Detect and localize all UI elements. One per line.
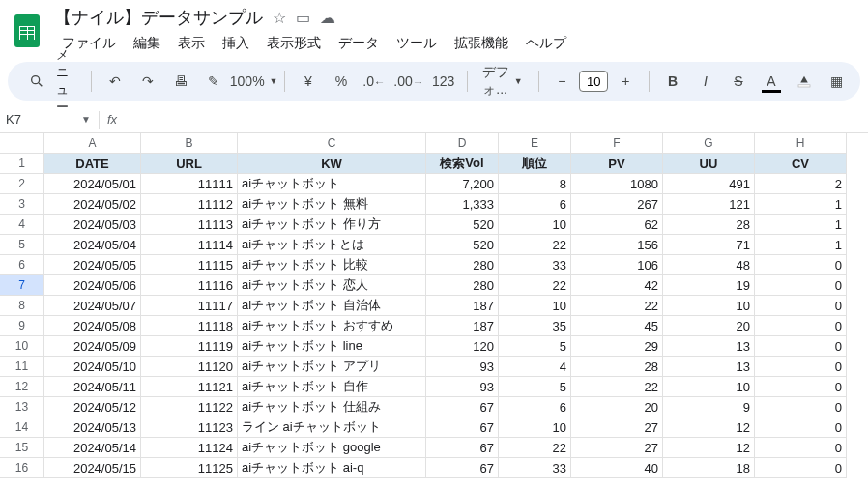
cell-C2[interactable]: aiチャットボット <box>238 174 426 194</box>
search-label[interactable]: メニュー <box>56 46 75 116</box>
paint-format-icon[interactable]: ✎ <box>200 68 227 95</box>
cell-F11[interactable]: 28 <box>571 357 663 377</box>
cell-A9[interactable]: 2024/05/08 <box>44 316 141 336</box>
cell-D16[interactable]: 67 <box>426 458 499 478</box>
cell-G15[interactable]: 12 <box>663 438 755 458</box>
cell-H2[interactable]: 2 <box>755 174 847 194</box>
cell-B12[interactable]: 11121 <box>141 377 238 397</box>
cell-D3[interactable]: 1,333 <box>426 194 499 215</box>
redo-icon[interactable]: ↷ <box>134 68 161 95</box>
cell-E9[interactable]: 35 <box>499 316 571 336</box>
cell-B11[interactable]: 11120 <box>141 357 238 377</box>
cell-D4[interactable]: 520 <box>426 215 499 235</box>
cell-H8[interactable]: 0 <box>755 296 847 316</box>
cell-H3[interactable]: 1 <box>755 194 847 215</box>
cell-F14[interactable]: 27 <box>571 417 663 438</box>
menu-data[interactable]: データ <box>331 31 387 56</box>
row-header-7[interactable]: 7 <box>0 275 44 296</box>
cell-A15[interactable]: 2024/05/14 <box>44 438 141 458</box>
cell-B16[interactable]: 11125 <box>141 458 238 478</box>
search-icon[interactable] <box>23 68 50 95</box>
cell-B5[interactable]: 11114 <box>141 235 238 255</box>
cell-C8[interactable]: aiチャットボット 自治体 <box>238 296 426 316</box>
cell-F10[interactable]: 29 <box>571 336 663 357</box>
cell-C15[interactable]: aiチャットボット google <box>238 438 426 458</box>
currency-button[interactable]: ¥ <box>295 68 322 95</box>
cell-B6[interactable]: 11115 <box>141 255 238 275</box>
row-header-6[interactable]: 6 <box>0 255 44 275</box>
cell-F3[interactable]: 267 <box>571 194 663 215</box>
menu-insert[interactable]: 挿入 <box>215 31 257 56</box>
row-header-16[interactable]: 16 <box>0 458 44 478</box>
cell-E15[interactable]: 22 <box>499 438 571 458</box>
cell-H13[interactable]: 0 <box>755 397 847 417</box>
cell-E14[interactable]: 10 <box>499 417 571 438</box>
number-format-button[interactable]: 123 <box>430 68 457 95</box>
row-header-10[interactable]: 10 <box>0 336 44 357</box>
row-header-9[interactable]: 9 <box>0 316 44 336</box>
cell-F12[interactable]: 22 <box>571 377 663 397</box>
cell-H16[interactable]: 0 <box>755 458 847 478</box>
cell-A3[interactable]: 2024/05/02 <box>44 194 141 215</box>
borders-button[interactable]: ▦ <box>824 68 851 95</box>
row-header-2[interactable]: 2 <box>0 174 44 194</box>
row-header-15[interactable]: 15 <box>0 438 44 458</box>
col-header-H[interactable]: H <box>755 133 847 154</box>
header-cell-G[interactable]: UU <box>663 154 755 174</box>
star-icon[interactable]: ☆ <box>273 9 286 27</box>
cell-A10[interactable]: 2024/05/09 <box>44 336 141 357</box>
row-header-11[interactable]: 11 <box>0 357 44 377</box>
col-header-C[interactable]: C <box>238 133 426 154</box>
header-cell-D[interactable]: 検索Vol <box>426 154 499 174</box>
cell-C12[interactable]: aiチャットボット 自作 <box>238 377 426 397</box>
cell-E3[interactable]: 6 <box>499 194 571 215</box>
font-select[interactable]: デフォ...▼ <box>477 68 528 95</box>
cloud-icon[interactable]: ☁ <box>320 9 335 27</box>
cell-C5[interactable]: aiチャットボットとは <box>238 235 426 255</box>
col-header-G[interactable]: G <box>663 133 755 154</box>
cell-A16[interactable]: 2024/05/15 <box>44 458 141 478</box>
cell-A8[interactable]: 2024/05/07 <box>44 296 141 316</box>
cell-H14[interactable]: 0 <box>755 417 847 438</box>
cell-D9[interactable]: 187 <box>426 316 499 336</box>
percent-button[interactable]: % <box>328 68 355 95</box>
cell-F9[interactable]: 45 <box>571 316 663 336</box>
menu-extensions[interactable]: 拡張機能 <box>447 31 516 56</box>
menu-view[interactable]: 表示 <box>170 31 213 56</box>
cell-D14[interactable]: 67 <box>426 417 499 438</box>
cell-E2[interactable]: 8 <box>499 174 571 194</box>
cell-G6[interactable]: 48 <box>663 255 755 275</box>
cell-E6[interactable]: 33 <box>499 255 571 275</box>
cell-C10[interactable]: aiチャットボット line <box>238 336 426 357</box>
row-header-1[interactable]: 1 <box>0 154 44 174</box>
cell-C3[interactable]: aiチャットボット 無料 <box>238 194 426 215</box>
name-box[interactable]: K7 <box>6 112 73 127</box>
cell-G10[interactable]: 13 <box>663 336 755 357</box>
cell-G16[interactable]: 18 <box>663 458 755 478</box>
cell-D2[interactable]: 7,200 <box>426 174 499 194</box>
cell-C7[interactable]: aiチャットボット 恋人 <box>238 275 426 296</box>
bold-button[interactable]: B <box>659 68 686 95</box>
menu-tools[interactable]: ツール <box>389 31 445 56</box>
cell-C14[interactable]: ライン aiチャットボット <box>238 417 426 438</box>
zoom-select[interactable]: 100%▼ <box>233 68 275 95</box>
cell-H15[interactable]: 0 <box>755 438 847 458</box>
cell-A5[interactable]: 2024/05/04 <box>44 235 141 255</box>
cell-F7[interactable]: 42 <box>571 275 663 296</box>
cell-G12[interactable]: 10 <box>663 377 755 397</box>
cell-G3[interactable]: 121 <box>663 194 755 215</box>
header-cell-F[interactable]: PV <box>571 154 663 174</box>
header-cell-C[interactable]: KW <box>238 154 426 174</box>
cell-G11[interactable]: 13 <box>663 357 755 377</box>
fontsize-input[interactable] <box>579 71 608 92</box>
doc-title[interactable]: 【ナイル】データサンプル <box>54 6 263 29</box>
cell-A14[interactable]: 2024/05/13 <box>44 417 141 438</box>
cell-C11[interactable]: aiチャットボット アプリ <box>238 357 426 377</box>
row-header-3[interactable]: 3 <box>0 194 44 215</box>
cell-A7[interactable]: 2024/05/06 <box>44 275 141 296</box>
namebox-dropdown-icon[interactable]: ▼ <box>81 114 91 125</box>
strikethrough-button[interactable]: S <box>725 68 752 95</box>
cell-F2[interactable]: 1080 <box>571 174 663 194</box>
cell-G7[interactable]: 19 <box>663 275 755 296</box>
row-header-8[interactable]: 8 <box>0 296 44 316</box>
